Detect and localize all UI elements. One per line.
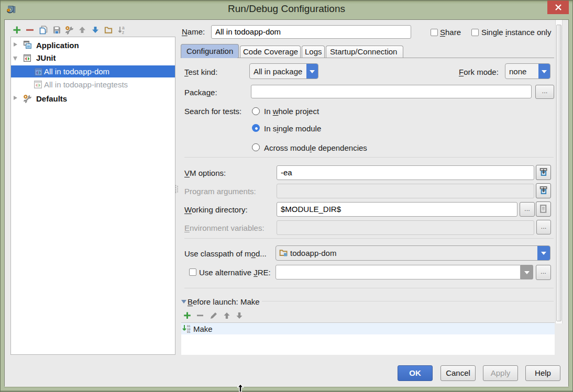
svg-text:01: 01	[187, 331, 190, 333]
svg-text:z: z	[122, 30, 124, 35]
